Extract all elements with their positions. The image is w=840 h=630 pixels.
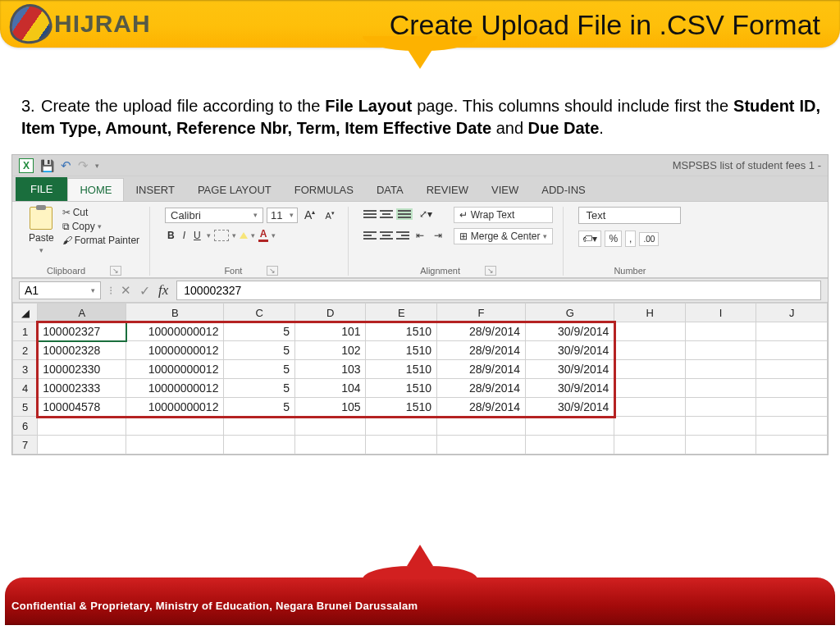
cell[interactable]: 28/9/2014 [437, 379, 526, 398]
col-header[interactable]: F [437, 304, 526, 322]
cell[interactable]: 28/9/2014 [437, 398, 526, 417]
wrap-text-button[interactable]: ↵Wrap Text [454, 207, 554, 223]
fx-enter-icon[interactable]: ✓ [139, 283, 150, 299]
cell[interactable] [756, 322, 828, 341]
grow-font-icon[interactable]: A▴ [301, 207, 318, 223]
font-name-select[interactable]: Calibri▾ [165, 208, 263, 223]
align-left-icon[interactable] [363, 231, 377, 240]
cell[interactable] [614, 360, 686, 379]
merge-center-button[interactable]: ⊞Merge & Center▾ [454, 228, 554, 244]
font-color-icon[interactable]: A [258, 228, 269, 242]
cell[interactable]: 104 [294, 379, 366, 398]
col-header[interactable]: E [366, 304, 437, 322]
cell[interactable] [756, 417, 828, 436]
cell[interactable]: 28/9/2014 [437, 322, 526, 341]
tab-formulas[interactable]: FORMULAS [283, 179, 365, 201]
col-header[interactable]: H [614, 304, 686, 322]
qat-more-icon[interactable]: ▾ [95, 162, 99, 170]
cell[interactable] [685, 341, 756, 360]
row-header[interactable]: 1 [13, 322, 38, 341]
row-header[interactable]: 5 [13, 398, 38, 417]
cell[interactable] [756, 341, 828, 360]
align-right-icon[interactable] [396, 231, 409, 240]
format-painter-button[interactable]: 🖌Format Painter [62, 235, 139, 246]
cell[interactable]: 103 [294, 360, 366, 379]
cell[interactable] [614, 322, 686, 341]
cell[interactable]: 1510 [366, 341, 437, 360]
tab-view[interactable]: VIEW [480, 179, 530, 201]
font-launcher-icon[interactable]: ↘ [267, 266, 278, 276]
cell[interactable]: 30/9/2014 [526, 322, 614, 341]
tab-home[interactable]: HOME [67, 178, 124, 201]
shrink-font-icon[interactable]: A▾ [322, 208, 337, 222]
cell[interactable]: 10000000012 [126, 398, 224, 417]
underline-button[interactable]: U [191, 230, 203, 241]
copy-button[interactable]: ⧉Copy▾ [62, 221, 139, 232]
cell[interactable] [685, 417, 756, 436]
tab-page-layout[interactable]: PAGE LAYOUT [186, 179, 283, 201]
cell[interactable] [366, 417, 437, 436]
spreadsheet-grid[interactable]: ◢ABCDEFGHIJ11000023271000000001251011510… [12, 303, 828, 454]
cell[interactable]: 30/9/2014 [526, 360, 614, 379]
cell[interactable]: 30/9/2014 [526, 341, 614, 360]
cell[interactable]: 100002327 [38, 322, 126, 341]
cell[interactable] [756, 360, 828, 379]
tab-data[interactable]: DATA [365, 179, 415, 201]
cell[interactable]: 5 [224, 398, 295, 417]
cell[interactable]: 100002330 [38, 360, 126, 379]
cell[interactable] [614, 398, 686, 417]
undo-icon[interactable]: ↶ [61, 158, 71, 173]
cell[interactable] [38, 417, 126, 436]
cell[interactable] [224, 436, 295, 454]
cut-button[interactable]: ✂Cut [62, 207, 139, 218]
cell[interactable]: 1510 [366, 398, 437, 417]
cell[interactable] [437, 436, 526, 454]
align-top-icon[interactable] [363, 210, 377, 218]
percent-button[interactable]: % [605, 231, 622, 247]
cell[interactable]: 1510 [366, 322, 437, 341]
col-header[interactable]: G [526, 304, 614, 322]
cell[interactable]: 101 [294, 322, 366, 341]
cell[interactable]: 102 [294, 341, 366, 360]
fx-icon[interactable]: fx [158, 282, 168, 299]
fill-color-icon[interactable] [240, 232, 248, 239]
bold-button[interactable]: B [165, 230, 177, 241]
italic-button[interactable]: I [180, 230, 188, 241]
cell[interactable] [685, 322, 756, 341]
cell[interactable] [614, 417, 686, 436]
comma-style-icon[interactable]: , [625, 231, 636, 247]
cell[interactable] [685, 379, 756, 398]
save-icon[interactable]: 💾 [40, 159, 54, 172]
number-format-select[interactable]: Text [578, 207, 681, 224]
paste-icon[interactable] [30, 207, 52, 230]
cell[interactable] [526, 417, 614, 436]
cell[interactable]: 5 [224, 379, 295, 398]
formula-input[interactable]: 100002327 [176, 281, 821, 300]
cell[interactable] [756, 436, 828, 454]
col-header[interactable]: J [756, 304, 828, 322]
cell[interactable] [437, 417, 526, 436]
col-header[interactable]: A [38, 304, 126, 322]
cell[interactable] [614, 436, 686, 454]
select-all-corner[interactable]: ◢ [13, 304, 38, 322]
cell[interactable]: 28/9/2014 [437, 341, 526, 360]
increase-indent-icon[interactable]: ⇥ [431, 228, 445, 243]
orientation-icon[interactable]: ⤢▾ [416, 207, 436, 221]
alignment-launcher-icon[interactable]: ↘ [485, 266, 496, 276]
clipboard-launcher-icon[interactable]: ↘ [110, 266, 121, 276]
cell[interactable]: 30/9/2014 [526, 379, 614, 398]
row-header[interactable]: 4 [13, 379, 38, 398]
name-box[interactable]: A1▾ [19, 281, 101, 299]
cell[interactable] [294, 436, 366, 454]
cell[interactable]: 5 [224, 360, 295, 379]
cell[interactable]: 30/9/2014 [526, 398, 614, 417]
col-header[interactable]: C [224, 304, 295, 322]
align-center-icon[interactable] [380, 231, 393, 240]
cell[interactable] [756, 379, 828, 398]
cell[interactable]: 10000000012 [126, 341, 224, 360]
cell[interactable]: 100002328 [38, 341, 126, 360]
cell[interactable] [294, 417, 366, 436]
cell[interactable]: 10000000012 [126, 379, 224, 398]
cell[interactable] [685, 360, 756, 379]
cell[interactable]: 28/9/2014 [437, 360, 526, 379]
